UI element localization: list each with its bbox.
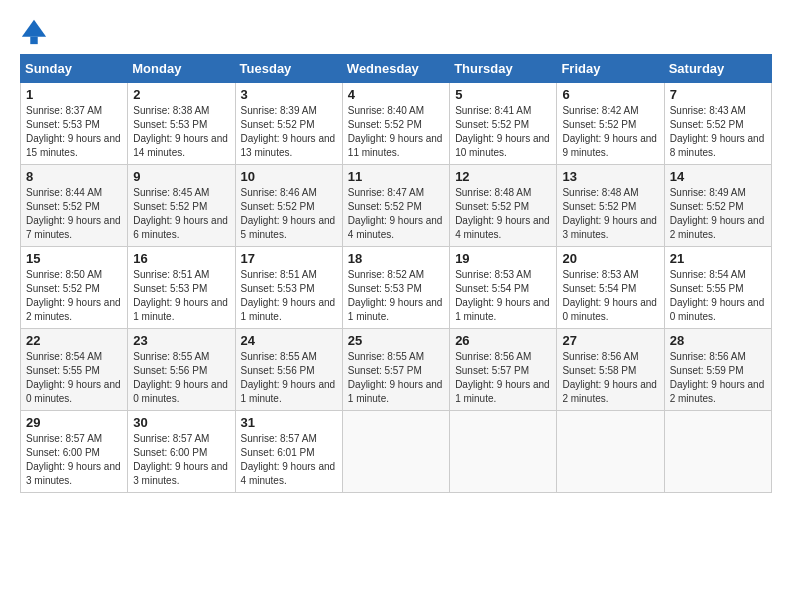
calendar-header-monday: Monday xyxy=(128,55,235,83)
day-number: 31 xyxy=(241,415,337,430)
day-info: Sunrise: 8:56 AM Sunset: 5:58 PM Dayligh… xyxy=(562,350,658,406)
calendar-cell: 6Sunrise: 8:42 AM Sunset: 5:52 PM Daylig… xyxy=(557,83,664,165)
calendar-cell: 26Sunrise: 8:56 AM Sunset: 5:57 PM Dayli… xyxy=(450,329,557,411)
day-info: Sunrise: 8:57 AM Sunset: 6:00 PM Dayligh… xyxy=(26,432,122,488)
calendar-cell: 18Sunrise: 8:52 AM Sunset: 5:53 PM Dayli… xyxy=(342,247,449,329)
page: SundayMondayTuesdayWednesdayThursdayFrid… xyxy=(0,0,792,612)
day-info: Sunrise: 8:44 AM Sunset: 5:52 PM Dayligh… xyxy=(26,186,122,242)
calendar-cell: 10Sunrise: 8:46 AM Sunset: 5:52 PM Dayli… xyxy=(235,165,342,247)
day-number: 9 xyxy=(133,169,229,184)
day-number: 1 xyxy=(26,87,122,102)
day-info: Sunrise: 8:55 AM Sunset: 5:57 PM Dayligh… xyxy=(348,350,444,406)
day-number: 19 xyxy=(455,251,551,266)
day-info: Sunrise: 8:48 AM Sunset: 5:52 PM Dayligh… xyxy=(455,186,551,242)
day-info: Sunrise: 8:41 AM Sunset: 5:52 PM Dayligh… xyxy=(455,104,551,160)
day-number: 26 xyxy=(455,333,551,348)
calendar-cell: 9Sunrise: 8:45 AM Sunset: 5:52 PM Daylig… xyxy=(128,165,235,247)
calendar-header-sunday: Sunday xyxy=(21,55,128,83)
day-number: 11 xyxy=(348,169,444,184)
day-info: Sunrise: 8:56 AM Sunset: 5:59 PM Dayligh… xyxy=(670,350,766,406)
day-info: Sunrise: 8:55 AM Sunset: 5:56 PM Dayligh… xyxy=(241,350,337,406)
day-number: 12 xyxy=(455,169,551,184)
calendar-cell: 21Sunrise: 8:54 AM Sunset: 5:55 PM Dayli… xyxy=(664,247,771,329)
calendar-cell: 12Sunrise: 8:48 AM Sunset: 5:52 PM Dayli… xyxy=(450,165,557,247)
calendar-cell: 30Sunrise: 8:57 AM Sunset: 6:00 PM Dayli… xyxy=(128,411,235,493)
calendar-week-row: 1Sunrise: 8:37 AM Sunset: 5:53 PM Daylig… xyxy=(21,83,772,165)
day-number: 10 xyxy=(241,169,337,184)
calendar-cell: 27Sunrise: 8:56 AM Sunset: 5:58 PM Dayli… xyxy=(557,329,664,411)
day-number: 24 xyxy=(241,333,337,348)
calendar-cell: 25Sunrise: 8:55 AM Sunset: 5:57 PM Dayli… xyxy=(342,329,449,411)
day-info: Sunrise: 8:51 AM Sunset: 5:53 PM Dayligh… xyxy=(241,268,337,324)
day-info: Sunrise: 8:47 AM Sunset: 5:52 PM Dayligh… xyxy=(348,186,444,242)
day-number: 2 xyxy=(133,87,229,102)
day-info: Sunrise: 8:39 AM Sunset: 5:52 PM Dayligh… xyxy=(241,104,337,160)
day-info: Sunrise: 8:37 AM Sunset: 5:53 PM Dayligh… xyxy=(26,104,122,160)
day-number: 7 xyxy=(670,87,766,102)
calendar-week-row: 22Sunrise: 8:54 AM Sunset: 5:55 PM Dayli… xyxy=(21,329,772,411)
calendar-cell: 22Sunrise: 8:54 AM Sunset: 5:55 PM Dayli… xyxy=(21,329,128,411)
day-info: Sunrise: 8:49 AM Sunset: 5:52 PM Dayligh… xyxy=(670,186,766,242)
svg-rect-1 xyxy=(30,37,37,44)
day-number: 28 xyxy=(670,333,766,348)
calendar-cell: 24Sunrise: 8:55 AM Sunset: 5:56 PM Dayli… xyxy=(235,329,342,411)
day-number: 20 xyxy=(562,251,658,266)
calendar-week-row: 8Sunrise: 8:44 AM Sunset: 5:52 PM Daylig… xyxy=(21,165,772,247)
day-info: Sunrise: 8:56 AM Sunset: 5:57 PM Dayligh… xyxy=(455,350,551,406)
calendar-cell: 16Sunrise: 8:51 AM Sunset: 5:53 PM Dayli… xyxy=(128,247,235,329)
calendar-header-wednesday: Wednesday xyxy=(342,55,449,83)
day-info: Sunrise: 8:50 AM Sunset: 5:52 PM Dayligh… xyxy=(26,268,122,324)
day-info: Sunrise: 8:42 AM Sunset: 5:52 PM Dayligh… xyxy=(562,104,658,160)
day-info: Sunrise: 8:48 AM Sunset: 5:52 PM Dayligh… xyxy=(562,186,658,242)
calendar-cell xyxy=(342,411,449,493)
day-number: 22 xyxy=(26,333,122,348)
calendar-cell: 7Sunrise: 8:43 AM Sunset: 5:52 PM Daylig… xyxy=(664,83,771,165)
day-info: Sunrise: 8:52 AM Sunset: 5:53 PM Dayligh… xyxy=(348,268,444,324)
day-number: 21 xyxy=(670,251,766,266)
calendar-cell: 8Sunrise: 8:44 AM Sunset: 5:52 PM Daylig… xyxy=(21,165,128,247)
day-number: 3 xyxy=(241,87,337,102)
day-number: 5 xyxy=(455,87,551,102)
day-info: Sunrise: 8:43 AM Sunset: 5:52 PM Dayligh… xyxy=(670,104,766,160)
calendar-table: SundayMondayTuesdayWednesdayThursdayFrid… xyxy=(20,54,772,493)
day-number: 25 xyxy=(348,333,444,348)
logo-icon xyxy=(20,18,48,46)
calendar-cell xyxy=(557,411,664,493)
calendar-week-row: 29Sunrise: 8:57 AM Sunset: 6:00 PM Dayli… xyxy=(21,411,772,493)
day-info: Sunrise: 8:40 AM Sunset: 5:52 PM Dayligh… xyxy=(348,104,444,160)
day-info: Sunrise: 8:54 AM Sunset: 5:55 PM Dayligh… xyxy=(670,268,766,324)
calendar-cell: 1Sunrise: 8:37 AM Sunset: 5:53 PM Daylig… xyxy=(21,83,128,165)
day-info: Sunrise: 8:57 AM Sunset: 6:01 PM Dayligh… xyxy=(241,432,337,488)
day-info: Sunrise: 8:45 AM Sunset: 5:52 PM Dayligh… xyxy=(133,186,229,242)
day-number: 4 xyxy=(348,87,444,102)
calendar-cell: 28Sunrise: 8:56 AM Sunset: 5:59 PM Dayli… xyxy=(664,329,771,411)
calendar-cell: 20Sunrise: 8:53 AM Sunset: 5:54 PM Dayli… xyxy=(557,247,664,329)
day-info: Sunrise: 8:55 AM Sunset: 5:56 PM Dayligh… xyxy=(133,350,229,406)
calendar-cell xyxy=(664,411,771,493)
svg-marker-0 xyxy=(22,20,46,37)
calendar-header-saturday: Saturday xyxy=(664,55,771,83)
calendar-cell: 3Sunrise: 8:39 AM Sunset: 5:52 PM Daylig… xyxy=(235,83,342,165)
day-info: Sunrise: 8:38 AM Sunset: 5:53 PM Dayligh… xyxy=(133,104,229,160)
calendar-cell xyxy=(450,411,557,493)
day-number: 16 xyxy=(133,251,229,266)
calendar-cell: 14Sunrise: 8:49 AM Sunset: 5:52 PM Dayli… xyxy=(664,165,771,247)
day-number: 30 xyxy=(133,415,229,430)
calendar-cell: 15Sunrise: 8:50 AM Sunset: 5:52 PM Dayli… xyxy=(21,247,128,329)
calendar-cell: 2Sunrise: 8:38 AM Sunset: 5:53 PM Daylig… xyxy=(128,83,235,165)
day-number: 29 xyxy=(26,415,122,430)
calendar-header-friday: Friday xyxy=(557,55,664,83)
calendar-cell: 23Sunrise: 8:55 AM Sunset: 5:56 PM Dayli… xyxy=(128,329,235,411)
logo xyxy=(20,18,52,46)
day-number: 8 xyxy=(26,169,122,184)
calendar-cell: 29Sunrise: 8:57 AM Sunset: 6:00 PM Dayli… xyxy=(21,411,128,493)
header xyxy=(20,18,772,46)
calendar-cell: 13Sunrise: 8:48 AM Sunset: 5:52 PM Dayli… xyxy=(557,165,664,247)
calendar-header-row: SundayMondayTuesdayWednesdayThursdayFrid… xyxy=(21,55,772,83)
day-info: Sunrise: 8:54 AM Sunset: 5:55 PM Dayligh… xyxy=(26,350,122,406)
calendar-cell: 19Sunrise: 8:53 AM Sunset: 5:54 PM Dayli… xyxy=(450,247,557,329)
day-number: 18 xyxy=(348,251,444,266)
calendar-week-row: 15Sunrise: 8:50 AM Sunset: 5:52 PM Dayli… xyxy=(21,247,772,329)
day-number: 15 xyxy=(26,251,122,266)
calendar-cell: 11Sunrise: 8:47 AM Sunset: 5:52 PM Dayli… xyxy=(342,165,449,247)
